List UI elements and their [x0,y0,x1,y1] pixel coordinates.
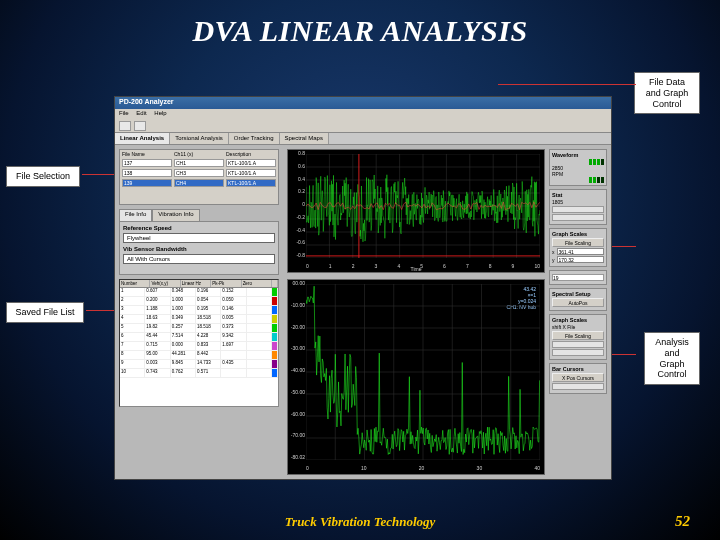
label-reference-speed: Reference Speed [123,225,275,231]
table-row[interactable]: 90.0039.84514.7330.435 [120,360,278,369]
bar-cursors-panel: Bar Cursors X Pos Cursors [549,363,607,394]
field[interactable] [552,349,604,356]
callout-analysis-control: Analysis and Graph Control [644,332,700,385]
field[interactable] [552,383,604,390]
callout-saved-file-list: Saved File List [6,302,84,323]
field[interactable] [552,214,604,221]
tab-linear-analysis[interactable]: Linear Analysis [115,133,170,144]
reference-panel: Reference Speed Flywheel Vib Sensor Band… [119,221,279,275]
time-waveform-plot[interactable]: 0.80.60.40.20-0.2-0.4-0.6-0.8 0123456789… [287,149,545,273]
saved-file-list[interactable]: Number Veh(x,y) Linear Hz Pk-Pk Zero 10.… [119,279,279,407]
graph-scales-panel-2: Graph Scales shift X File File Scaling [549,314,607,360]
leader-line [82,174,118,175]
file-cell[interactable]: 138 [122,169,172,177]
value-panel: 19 [549,270,607,285]
numeric-field[interactable]: 19 [552,274,604,281]
file-cell-selected[interactable]: KTL-100/1.A [226,179,276,187]
col-header: File Name [122,151,172,157]
reference-speed-select[interactable]: Flywheel [123,233,275,243]
col-header: Zero [242,280,272,287]
table-row[interactable]: 519.820.25718.5180.373 [120,324,278,333]
toolbar-button[interactable] [119,121,131,131]
scale-x-input[interactable]: 361.41 [557,248,605,255]
field[interactable] [552,206,604,213]
graph-scales-panel: Graph Scales File Scaling x361.41 y170.3… [549,228,607,267]
file-cell[interactable]: KTL-100/1.A [226,159,276,167]
file-scaling-button[interactable]: File Scaling [552,331,604,340]
col-header: Description [226,151,276,157]
left-column: File Name Ch11 (x) Description 137 CH1 K… [115,145,283,479]
bandwidth-select[interactable]: All With Cursors [123,254,275,264]
autopos-button[interactable]: AutoPos [552,298,604,307]
file-cell[interactable]: KTL-100/1.A [226,169,276,177]
table-row[interactable]: 20.2001.0000.0540.050 [120,297,278,306]
col-header: Pk-Pk [211,280,241,287]
file-scaling-button[interactable]: File Scaling [552,238,604,247]
panel-heading: Waveform [552,152,604,158]
subtab-vibration-info[interactable]: Vibration Info [152,209,199,221]
panel-heading: Bar Cursors [552,366,604,372]
spectral-setup-panel: Spectral Setup AutoPos [549,288,607,311]
table-row[interactable]: 645.447.5144.2289.342 [120,333,278,342]
file-selection-panel: File Name Ch11 (x) Description 137 CH1 K… [119,149,279,205]
tab-torsional-analysis[interactable]: Torsional Analysis [170,133,229,144]
label-bandwidth: Vib Sensor Bandwidth [123,246,275,252]
y-axis-ticks: 00.00-10.00-20.00-30.00-40.00-50.00-60.0… [289,280,305,460]
menu-file[interactable]: File [119,110,129,116]
col-header: Ch11 (x) [174,151,224,157]
y-axis-ticks: 0.80.60.40.20-0.2-0.4-0.6-0.8 [289,150,305,258]
table-row[interactable]: 895.0044.2818.442 [120,351,278,360]
cursors-button[interactable]: X Pos Cursors [552,373,604,382]
panel-heading: Graph Scales [552,317,604,323]
callout-file-selection: File Selection [6,166,80,187]
waveform-info-panel: Waveform 2850 RPM [549,149,607,186]
col-header: Veh(x,y) [150,280,180,287]
panel-heading: Graph Scales [552,231,604,237]
file-cell-selected[interactable]: 139 [122,179,172,187]
tab-order-tracking[interactable]: Order Tracking [229,133,280,144]
app-window: PD-200 Analyzer File Edit Help Linear An… [114,96,612,480]
window-titlebar[interactable]: PD-200 Analyzer [115,97,611,109]
slide-title: DVA LINEAR ANALYSIS [0,0,720,48]
level-leds [552,177,604,183]
leader-line [498,84,636,85]
toolbar [115,119,611,133]
file-cell[interactable]: CH1 [174,159,224,167]
stat-panel: Stat 1805 [549,189,607,225]
menu-edit[interactable]: Edit [136,110,146,116]
table-row[interactable]: 418.630.34918.5180.005 [120,315,278,324]
plot-area: 0.80.60.40.20-0.2-0.4-0.6-0.8 0123456789… [287,149,545,475]
leader-line [86,310,116,311]
right-column: Waveform 2850 RPM Stat 1805 Graph Scales… [549,149,607,475]
table-row[interactable]: 10.6070.3480.1960.152 [120,288,278,297]
subtab-file-info[interactable]: File Info [119,209,152,221]
spectrum-plot[interactable]: 43.42×=1y=0.024CH1: NV hub 00.00-10.00-2… [287,279,545,475]
scale-y-input[interactable]: 170.32 [557,256,605,263]
info-subtabs: File Info Vibration Info [119,209,279,221]
panel-heading: Stat [552,192,604,198]
col-header: Linear Hz [181,280,211,287]
footer-text: Truck Vibration Technology [0,514,720,530]
page-number: 52 [675,513,690,530]
table-row[interactable]: 100.7430.7620.571 [120,369,278,378]
stat-value: 1805 [552,199,604,205]
panel-heading: Spectral Setup [552,291,604,297]
file-cell-selected[interactable]: CH4 [174,179,224,187]
toolbar-button[interactable] [134,121,146,131]
file-cell[interactable]: 137 [122,159,172,167]
table-row[interactable]: 31.1881.0000.1950.146 [120,306,278,315]
label: shift X File [552,324,604,330]
tab-spectral-maps[interactable]: Spectral Maps [280,133,329,144]
menubar: File Edit Help [115,109,611,119]
table-row[interactable]: 70.7150.0000.8331.697 [120,342,278,351]
file-cell[interactable]: CH3 [174,169,224,177]
menu-help[interactable]: Help [154,110,166,116]
main-tabs: Linear Analysis Torsional Analysis Order… [115,133,611,145]
x-axis-ticks: 010203040 [306,465,540,473]
x-axis-label: Time [288,266,544,272]
field[interactable] [552,341,604,348]
col-header: Number [120,280,150,287]
callout-file-data: File Data and Graph Control [634,72,700,114]
